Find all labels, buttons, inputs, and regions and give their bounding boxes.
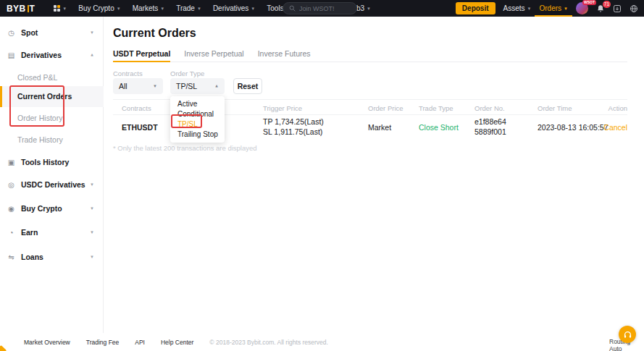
- col-header-action: Action: [609, 104, 627, 112]
- menu-label: Buy Crypto: [78, 4, 114, 12]
- footer-link-market-overview[interactable]: Market Overview: [24, 339, 70, 346]
- user-avatar[interactable]: WSOT: [576, 2, 588, 14]
- chevron-down-icon: ▼: [90, 30, 94, 35]
- cell-order-price: Market: [368, 123, 391, 132]
- order-type-select-value: TP/SL: [176, 82, 197, 90]
- annotation-box-tpsl-option: [171, 114, 202, 128]
- bybit-logo[interactable]: BYB T: [7, 4, 35, 14]
- col-header-trigger-price: Trigger Price: [263, 104, 302, 112]
- tools-history-icon: ▣: [7, 158, 15, 166]
- cell-trigger-price: TP 1,734.25(Last) SL 1,911.75(Last): [263, 117, 324, 137]
- tab-active-underline: [113, 61, 170, 62]
- menu-label: Tools: [267, 4, 283, 12]
- spot-icon: ◷: [7, 29, 15, 37]
- orders-label: Orders: [539, 4, 561, 12]
- sidebar-item-usdc-derivatives[interactable]: ◎ USDC Derivatives ▼: [0, 177, 104, 193]
- footer-link-trading-fee[interactable]: Trading Fee: [86, 339, 120, 346]
- tab-inverse-futures[interactable]: Inverse Futures: [258, 49, 311, 62]
- assets-label: Assets: [503, 4, 525, 12]
- menu-buy-crypto[interactable]: Buy Crypto ▼: [78, 4, 120, 12]
- apps-grid-menu[interactable]: ▼: [43, 5, 67, 12]
- order-type-filter-label: Order Type: [170, 69, 204, 77]
- menu-label: Markets: [133, 4, 159, 12]
- customer-support-button[interactable]: [619, 326, 636, 343]
- sidebar-item-earn[interactable]: ◔ Earn ▼: [0, 224, 104, 240]
- tab-label: Inverse Perpetual: [184, 49, 243, 58]
- logo-text-right: T: [30, 4, 35, 14]
- tab-usdt-perpetual[interactable]: USDT Perpetual: [113, 49, 170, 62]
- sidebar-item-label: Closed P&L: [17, 73, 57, 82]
- sidebar-item-label: Loans: [21, 253, 43, 261]
- order-type-select[interactable]: TP/SL ▼: [170, 78, 225, 94]
- trigger-price-sl: SL 1,911.75(Last): [263, 127, 324, 138]
- headset-icon: [623, 330, 632, 339]
- sidebar-item-buy-crypto[interactable]: ◉ Buy Crypto ▼: [0, 200, 104, 216]
- grid-icon: [54, 5, 60, 12]
- search-box[interactable]: [283, 2, 357, 14]
- sidebar: ◷ Spot ▼ ▤ Derivatives ▼ Closed P&L Curr…: [0, 17, 104, 333]
- footer-link-help-center[interactable]: Help Center: [161, 339, 193, 346]
- chevron-down-icon: ▼: [90, 230, 94, 234]
- sidebar-item-label: Earn: [21, 228, 38, 237]
- notification-count-badge: 71: [603, 1, 611, 8]
- sidebar-item-derivatives[interactable]: ▤ Derivatives ▼: [0, 47, 104, 63]
- menu-markets[interactable]: Markets ▼: [133, 4, 165, 12]
- chevron-down-icon: ▼: [117, 7, 121, 11]
- footer-link-api[interactable]: API: [135, 339, 145, 346]
- top-navbar: BYB T ▼ Buy Crypto ▼ Markets ▼ Trade ▼: [0, 0, 644, 17]
- chevron-down-icon: ▼: [153, 84, 157, 88]
- menu-label: Trade: [176, 4, 195, 12]
- menu-label: Derivatives: [213, 4, 248, 12]
- menu-derivatives[interactable]: Derivatives ▼: [213, 4, 255, 12]
- tab-inverse-perpetual[interactable]: Inverse Perpetual: [184, 49, 243, 62]
- sidebar-item-tools-history[interactable]: ▣ Tools History: [0, 154, 104, 170]
- sidebar-item-label: Trade History: [17, 135, 63, 144]
- trigger-price-tp: TP 1,734.25(Last): [263, 117, 324, 127]
- orders-active-underline: [535, 15, 572, 17]
- copyright-text: © 2018-2023 Bybit.com. All rights reserv…: [209, 339, 328, 346]
- notifications-button[interactable]: 71: [596, 4, 605, 13]
- reset-button[interactable]: Reset: [233, 78, 262, 94]
- buy-crypto-icon: ◉: [7, 205, 15, 213]
- contracts-select[interactable]: All ▼: [113, 78, 163, 94]
- assets-menu[interactable]: Assets ▼: [503, 0, 532, 17]
- orders-menu[interactable]: Orders ▼: [539, 0, 568, 17]
- earn-icon: ◔: [7, 229, 15, 237]
- dropdown-option-active[interactable]: Active: [170, 99, 225, 109]
- navbar-right: Deposit Assets ▼ Orders ▼ WSOT 71: [456, 0, 638, 17]
- dropdown-option-trailing-stop[interactable]: Trailing Stop: [170, 130, 225, 140]
- cell-order-no: e1f88e64 5889f001: [474, 117, 506, 137]
- search-input[interactable]: [299, 5, 350, 12]
- sidebar-item-loans[interactable]: ⇋ Loans ▼: [0, 249, 104, 265]
- chevron-down-icon: ▼: [90, 206, 94, 211]
- chevron-down-icon: ▼: [564, 7, 568, 11]
- order-no-line1: e1f88e64: [474, 117, 506, 127]
- derivatives-icon: ▤: [7, 51, 15, 59]
- loans-icon: ⇋: [7, 253, 15, 261]
- contracts-select-value: All: [119, 82, 127, 90]
- download-app-icon[interactable]: [613, 4, 622, 13]
- search-icon: [289, 5, 296, 12]
- table-footnote: * Only the latest 200 transactions are d…: [113, 144, 257, 152]
- cell-order-time: 2023-08-13 16:05:57: [538, 123, 609, 132]
- chevron-down-icon: ▼: [367, 7, 371, 11]
- sidebar-item-label: Spot: [21, 28, 38, 37]
- sidebar-item-label: Tools History: [21, 158, 69, 166]
- footer: Market Overview Trading Fee API Help Cen…: [0, 333, 644, 351]
- sidebar-item-spot[interactable]: ◷ Spot ▼: [0, 25, 104, 41]
- chevron-down-icon: ▼: [160, 7, 164, 11]
- menu-trade[interactable]: Trade ▼: [176, 4, 201, 12]
- contract-type-tabs: USDT Perpetual Inverse Perpetual Inverse…: [113, 49, 627, 62]
- deposit-button[interactable]: Deposit: [456, 2, 495, 14]
- language-globe-icon[interactable]: [630, 4, 638, 13]
- logo-text-left: BYB: [7, 4, 26, 14]
- chevron-down-icon: ▼: [90, 255, 94, 259]
- page-title: Current Orders: [113, 27, 196, 40]
- chevron-down-icon: ▼: [62, 7, 67, 11]
- col-header-contracts: Contracts: [122, 104, 151, 112]
- cancel-order-button[interactable]: Cancel: [603, 123, 627, 132]
- sidebar-item-closed-pnl[interactable]: Closed P&L: [0, 69, 104, 85]
- page: BYB T ▼ Buy Crypto ▼ Markets ▼ Trade ▼: [0, 0, 644, 351]
- sidebar-item-trade-history[interactable]: Trade History: [0, 132, 104, 148]
- usdc-derivatives-icon: ◎: [7, 181, 15, 189]
